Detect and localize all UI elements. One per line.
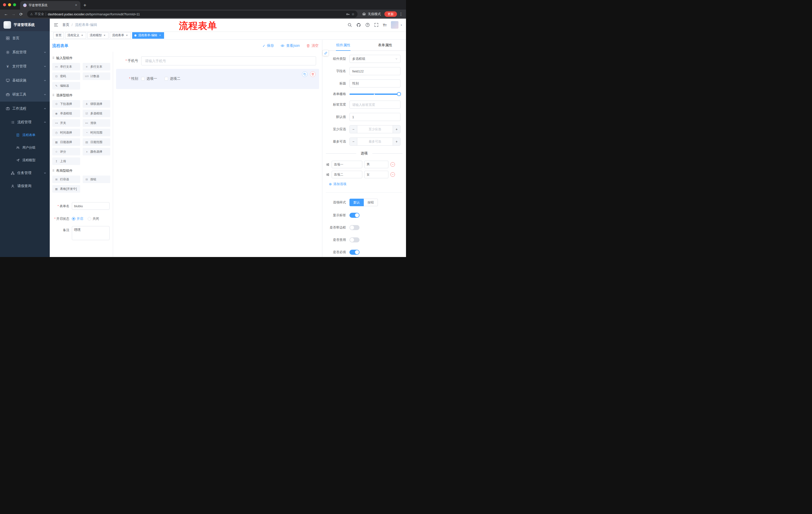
form-name-input[interactable]	[72, 202, 110, 210]
show-label-switch[interactable]	[349, 213, 359, 218]
palette-item-table[interactable]: ▦表格[开发中]	[52, 185, 80, 193]
sidebar-item-system[interactable]: 系统管理	[0, 45, 50, 59]
form-canvas[interactable]: *手机号	[113, 52, 322, 257]
palette-item-time-picker[interactable]: ◷时间选择	[52, 129, 80, 136]
help-icon[interactable]	[365, 23, 370, 27]
field-name-input[interactable]	[349, 67, 401, 75]
option-value-input[interactable]	[364, 161, 388, 168]
sidebar-item-payment[interactable]: ¥ 支付管理	[0, 59, 50, 74]
view-json-button[interactable]: 查看json	[280, 44, 300, 48]
sidebar-item-leave-query[interactable]: 请假查询	[0, 180, 50, 193]
browser-menu-icon[interactable]: ⋮	[399, 12, 404, 16]
url-bar[interactable]: ⚠ 不安全 dashboard.yudao.iocoder.cn/bpm/man…	[27, 10, 357, 18]
user-avatar[interactable]	[391, 21, 399, 29]
hamburger-icon[interactable]	[54, 23, 58, 27]
reload-icon[interactable]: ⟳	[18, 12, 25, 17]
browser-tab[interactable]: 芋道管理系统 ×	[20, 1, 80, 9]
title-input[interactable]	[349, 79, 401, 87]
tag-process-form[interactable]: 流程表单 ×	[110, 32, 131, 39]
palette-item-editor[interactable]: ✎编辑器	[52, 82, 80, 89]
tag-home[interactable]: 首页	[53, 32, 64, 39]
password-key-icon[interactable]	[346, 12, 350, 16]
breadcrumb-home[interactable]: 首页	[62, 23, 69, 27]
save-button[interactable]: ✓ 保存	[263, 44, 274, 48]
tag-close-icon[interactable]: ×	[80, 34, 84, 37]
clear-button[interactable]: 清空	[306, 44, 319, 48]
font-size-icon[interactable]: TT	[383, 23, 387, 27]
back-icon[interactable]: ←	[2, 12, 9, 16]
drag-handle-icon[interactable]	[326, 163, 330, 166]
palette-item-upload[interactable]: ↥上传	[52, 157, 80, 165]
form-remark-textarea[interactable]: 嘿嘿	[72, 226, 110, 240]
style-default-button[interactable]: 默认	[349, 199, 364, 206]
tag-process-model[interactable]: 流程模型 ×	[87, 32, 109, 39]
tag-process-form-edit[interactable]: 流程表单-编辑 ×	[132, 32, 164, 39]
fullscreen-icon[interactable]	[374, 23, 379, 27]
sidebar-item-workflow[interactable]: 工作流程	[0, 102, 50, 116]
canvas-field-phone[interactable]: *手机号	[116, 56, 316, 65]
palette-item-button[interactable]: ⊟按钮	[83, 175, 111, 183]
palette-item-counter[interactable]: 123计数器	[83, 73, 111, 80]
window-close-button[interactable]	[3, 3, 6, 6]
link-handle-icon[interactable]	[323, 50, 328, 56]
option-label-input[interactable]	[331, 171, 362, 178]
palette-item-single-line-text[interactable]: ▭单行文本	[52, 63, 80, 71]
disabled-switch[interactable]	[349, 237, 359, 242]
default-value-input[interactable]	[349, 113, 401, 121]
palette-item-checkbox-group[interactable]: ☑多选框组	[83, 110, 111, 117]
style-button-button[interactable]: 按钮	[364, 199, 378, 206]
required-switch[interactable]	[349, 250, 359, 255]
component-type-select[interactable]: 多选框组	[349, 55, 401, 63]
slider-handle[interactable]	[397, 92, 401, 96]
palette-item-radio-group[interactable]: ◉单选框组	[52, 110, 80, 117]
window-zoom-button[interactable]	[13, 3, 16, 6]
status-off-radio[interactable]: 关闭	[88, 217, 99, 221]
search-icon[interactable]	[347, 23, 352, 27]
tab-close-icon[interactable]: ×	[74, 3, 78, 7]
palette-item-time-range[interactable]: ◔时间范围	[83, 129, 111, 136]
sidebar-item-process-form[interactable]: 流程表单	[0, 129, 50, 141]
min-select-input[interactable]	[357, 126, 393, 133]
palette-item-multiline-text[interactable]: ≡多行文本	[83, 63, 111, 71]
tab-component-props[interactable]: 组件属性	[322, 40, 364, 51]
window-minimize-button[interactable]	[8, 3, 11, 6]
tab-form-props[interactable]: 表单属性	[364, 40, 406, 51]
label-width-input[interactable]	[349, 101, 401, 109]
sidebar-item-infrastructure[interactable]: 基础设施	[0, 74, 50, 87]
delete-widget-icon[interactable]	[310, 72, 316, 77]
sidebar-item-task-management[interactable]: 任务管理	[0, 166, 50, 180]
remove-option-icon[interactable]: −	[390, 172, 395, 177]
grid-slider[interactable]	[349, 92, 401, 96]
tag-close-icon[interactable]: ×	[103, 34, 106, 37]
max-select-input[interactable]	[357, 138, 393, 145]
stepper-decrease-button[interactable]: −	[350, 138, 357, 145]
palette-item-color-picker[interactable]: ◑颜色选择	[83, 148, 111, 155]
sidebar-item-devtools[interactable]: 研发工具	[0, 87, 50, 102]
palette-item-row-container[interactable]: ⊞行容器	[52, 175, 80, 183]
palette-item-rate[interactable]: ☆评分	[52, 148, 80, 155]
gender-option-1-checkbox[interactable]: 选项一	[141, 77, 157, 81]
palette-item-cascader[interactable]: ⋔级联选择	[83, 100, 111, 108]
stepper-increase-button[interactable]: +	[393, 126, 400, 133]
stepper-decrease-button[interactable]: −	[350, 126, 357, 133]
palette-item-select[interactable]: ⊙下拉选择	[52, 100, 80, 108]
sidebar-item-process-model[interactable]: 流程模型	[0, 154, 50, 166]
stepper-increase-button[interactable]: +	[393, 138, 400, 145]
status-on-radio[interactable]: 开启	[72, 217, 83, 221]
new-tab-button[interactable]: +	[83, 3, 86, 8]
border-switch[interactable]	[349, 225, 359, 230]
sidebar-item-process-management[interactable]: 流程管理	[0, 116, 50, 129]
add-option-button[interactable]: ⊕ 添加选项	[329, 182, 406, 186]
option-label-input[interactable]	[331, 161, 362, 168]
drag-handle-icon[interactable]	[326, 173, 330, 177]
phone-input[interactable]	[141, 56, 316, 65]
palette-item-password[interactable]: ⊡密码	[52, 73, 80, 80]
tag-process-definition[interactable]: 流程定义 ×	[65, 32, 86, 39]
palette-item-slider[interactable]: ⊷滑块	[83, 119, 111, 127]
copy-widget-icon[interactable]	[302, 72, 308, 77]
palette-item-date-range[interactable]: ▤日期范围	[83, 138, 111, 146]
remove-option-icon[interactable]: −	[390, 162, 395, 167]
palette-item-date-picker[interactable]: ▦日期选择	[52, 138, 80, 146]
option-value-input[interactable]	[364, 171, 388, 178]
tag-close-icon[interactable]: ×	[125, 34, 128, 37]
